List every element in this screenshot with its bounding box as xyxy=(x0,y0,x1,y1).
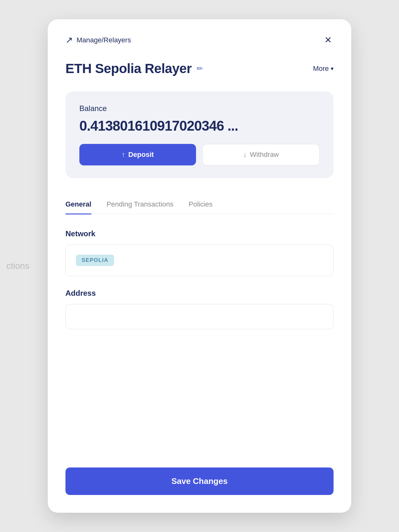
more-label: More xyxy=(313,65,329,73)
close-button[interactable]: ✕ xyxy=(322,34,334,46)
modal-overlay: ↗ Manage/Relayers ✕ ETH Sepolia Relayer … xyxy=(0,0,399,532)
tabs: General Pending Transactions Policies xyxy=(65,195,334,214)
deposit-label: Deposit xyxy=(128,151,154,159)
upload-icon: ↑ xyxy=(122,151,125,159)
modal-header-left: ↗ Manage/Relayers xyxy=(65,36,131,45)
balance-label: Balance xyxy=(79,104,320,113)
title-row: ETH Sepolia Relayer ✏ More ▾ xyxy=(65,61,334,76)
network-badge: SEPOLIA xyxy=(76,255,114,266)
tab-policies[interactable]: Policies xyxy=(189,195,213,214)
page-title: ETH Sepolia Relayer xyxy=(65,61,192,76)
modal-header: ↗ Manage/Relayers ✕ xyxy=(65,34,334,46)
network-section-label: Network xyxy=(65,229,334,238)
withdraw-button[interactable]: ↓ Withdraw xyxy=(202,144,320,165)
address-section: Address xyxy=(65,289,334,329)
address-field xyxy=(65,304,334,329)
network-field: SEPOLIA xyxy=(65,244,334,276)
download-icon: ↓ xyxy=(243,151,247,159)
balance-card: Balance 0.413801610917020346 ... ↑ Depos… xyxy=(65,91,334,178)
balance-actions: ↑ Deposit ↓ Withdraw xyxy=(79,144,320,165)
modal: ↗ Manage/Relayers ✕ ETH Sepolia Relayer … xyxy=(48,19,351,513)
title-left: ETH Sepolia Relayer ✏ xyxy=(65,61,203,76)
deposit-button[interactable]: ↑ Deposit xyxy=(79,144,196,165)
tab-pending-transactions[interactable]: Pending Transactions xyxy=(107,195,174,214)
address-section-label: Address xyxy=(65,289,334,298)
balance-value: 0.413801610917020346 ... xyxy=(79,118,320,134)
more-button[interactable]: More ▾ xyxy=(313,65,334,73)
tab-general[interactable]: General xyxy=(65,195,91,214)
edit-icon[interactable]: ✏ xyxy=(197,64,203,73)
save-changes-button[interactable]: Save Changes xyxy=(65,467,334,495)
withdraw-label: Withdraw xyxy=(250,151,279,159)
chevron-down-icon: ▾ xyxy=(331,65,334,72)
breadcrumb: Manage/Relayers xyxy=(77,36,131,44)
expand-icon[interactable]: ↗ xyxy=(65,36,73,45)
